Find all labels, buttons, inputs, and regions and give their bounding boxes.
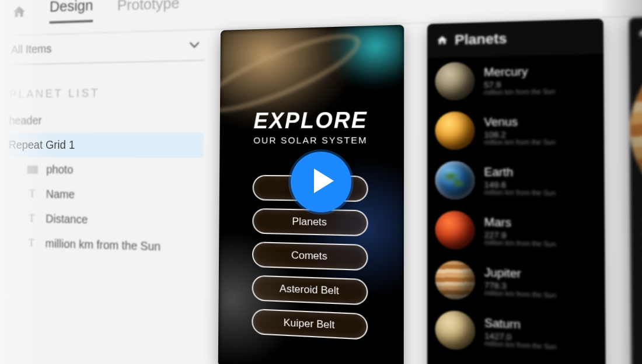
planet-item[interactable]: Venus 108.2 million km from the Sun [435, 110, 595, 150]
planet-name: Earth [484, 166, 555, 180]
layer-label: Repeat Grid 1 [9, 138, 75, 152]
tab-design[interactable]: Design [50, 0, 93, 24]
artboard-planet-detail[interactable]: Planets [629, 13, 642, 364]
layer-label: Distance [46, 212, 88, 226]
tab-prototype[interactable]: Prototype [117, 0, 179, 20]
layer-header[interactable]: header [6, 107, 204, 133]
layer-name[interactable]: T Name [5, 181, 203, 209]
screen-header: Planets [427, 19, 603, 58]
assets-dropdown-label: All Items [11, 42, 51, 56]
planet-distance: 108.2 [484, 130, 555, 139]
text-icon: T [26, 189, 39, 200]
hero-title: EXPLORE [220, 107, 404, 134]
planet-item[interactable]: Earth 149.6 million km from the Sun [435, 161, 596, 201]
play-button[interactable] [291, 152, 351, 212]
planet-distance: 149.6 [484, 180, 556, 190]
planet-distance-unit: million km from the Sun [484, 138, 555, 145]
assets-dropdown[interactable]: All Items [7, 31, 205, 65]
hero-text: EXPLORE OUR SOLAR SYSTEM [220, 107, 404, 145]
chevron-down-icon [189, 38, 200, 52]
rectangle-icon [26, 164, 39, 175]
planet-hero-image [629, 40, 642, 220]
planet-photo [435, 161, 474, 200]
planet-name: Saturn [484, 316, 556, 333]
text-icon: T [25, 238, 38, 249]
planet-photo [435, 62, 474, 100]
layer-label: photo [46, 163, 73, 176]
planet-photo [435, 111, 474, 150]
planet-item[interactable]: Saturn 1427.0 million km from the Sun [435, 310, 597, 356]
section-title: PLANET LIST [6, 85, 204, 101]
screen-header: Planets [629, 13, 642, 50]
planet-photo [435, 260, 475, 300]
planet-name: Venus [484, 115, 555, 129]
planet-name: Jupiter [484, 266, 556, 282]
hero-subtitle: OUR SOLAR SYSTEM [220, 135, 404, 145]
planet-name: Mercury [484, 64, 555, 79]
design-canvas[interactable]: EXPLORE OUR SOLAR SYSTEM Sun Planets Com… [218, 13, 642, 364]
planet-distance-unit: million km from the Sun [484, 188, 556, 197]
planet-distance-unit: million km from the Sun [484, 88, 555, 96]
layers-panel: All Items PLANET LIST header Repeat Grid… [4, 31, 205, 261]
layer-label: million km from the Sun [45, 237, 160, 253]
planet-item[interactable]: Mercury 57.9 million km from the Sun [435, 60, 595, 100]
planet-name: Mars [484, 215, 556, 230]
planet-list: Mercury 57.9 million km from the Sun Ven… [435, 60, 596, 357]
planet-photo [435, 310, 475, 350]
artboard-planets-list[interactable]: Planets Mercury 57.9 million km from the… [427, 19, 606, 364]
explore-button-item[interactable]: Comets [252, 242, 368, 271]
text-icon: T [25, 214, 38, 224]
layers-list: header Repeat Grid 1 photo T Name [4, 107, 204, 261]
screen-title: Planets [455, 30, 507, 48]
play-icon [309, 167, 333, 197]
home-icon[interactable] [437, 32, 448, 49]
home-icon[interactable] [638, 26, 642, 40]
planet-photo [435, 211, 474, 250]
planet-item[interactable]: Jupiter 778.3 million km from the Sun [435, 260, 597, 304]
explore-button-item[interactable]: Planets [252, 208, 368, 236]
explore-button-item[interactable]: Asteroid Belt [252, 275, 368, 305]
layer-repeat-grid[interactable]: Repeat Grid 1 [5, 132, 204, 158]
planet-item[interactable]: Mars 227.9 million km from the Sun [435, 211, 596, 253]
layer-photo[interactable]: photo [5, 157, 204, 183]
planet-distance-unit: million km from the Sun [484, 239, 556, 247]
home-icon[interactable] [12, 5, 26, 20]
layer-label: header [9, 114, 41, 127]
layer-unit-line[interactable]: T million km from the Sun [4, 230, 203, 261]
layer-label: Name [46, 188, 75, 201]
